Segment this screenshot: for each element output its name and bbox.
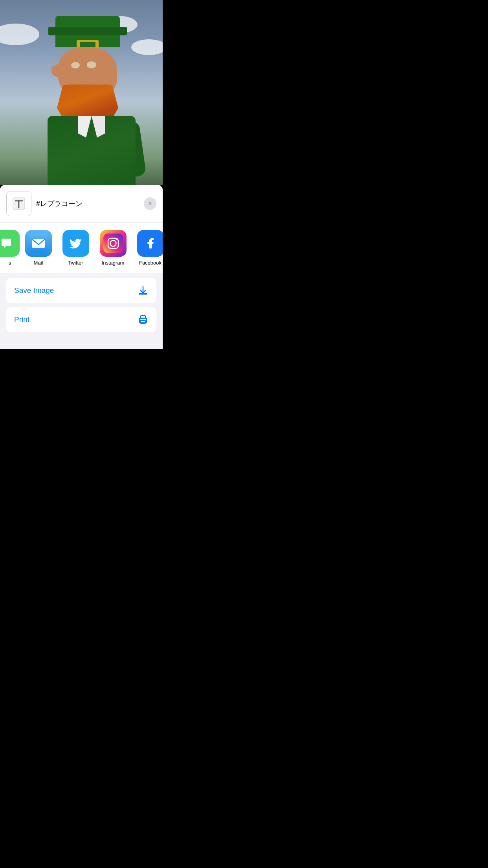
print-button[interactable]: Print xyxy=(6,307,156,332)
print-icon xyxy=(138,314,149,325)
share-sheet: #レプラコーン × s xyxy=(0,185,163,349)
share-title: #レプラコーン xyxy=(36,199,139,208)
background-image xyxy=(0,0,163,185)
actions-section: Save Image Print xyxy=(0,273,163,337)
svg-point-17 xyxy=(140,320,141,320)
app-label-instagram: Instagram xyxy=(102,260,125,266)
svg-rect-13 xyxy=(139,294,147,295)
close-button[interactable]: × xyxy=(144,197,156,210)
app-item-twitter[interactable]: Twitter xyxy=(57,230,94,266)
app-label-facebook: Facebook xyxy=(139,260,161,266)
svg-point-10 xyxy=(116,239,118,240)
apps-row: s Mail xyxy=(0,223,163,273)
app-item-messages[interactable]: s xyxy=(0,230,20,266)
text-icon xyxy=(6,191,31,216)
app-label-mail: Mail xyxy=(34,260,43,266)
save-image-button[interactable]: Save Image xyxy=(6,278,156,303)
app-item-facebook[interactable]: Facebook xyxy=(132,230,163,266)
leprechaun-character xyxy=(40,16,143,185)
share-header: #レプラコーン × xyxy=(0,185,163,223)
print-label: Print xyxy=(14,315,29,324)
app-item-instagram[interactable]: Instagram xyxy=(94,230,132,266)
app-label-messages: s xyxy=(9,260,11,266)
save-image-label: Save Image xyxy=(14,286,54,295)
app-item-mail[interactable]: Mail xyxy=(20,230,57,266)
app-label-twitter: Twitter xyxy=(68,260,83,266)
download-icon xyxy=(138,285,149,296)
svg-rect-7 xyxy=(103,234,123,253)
